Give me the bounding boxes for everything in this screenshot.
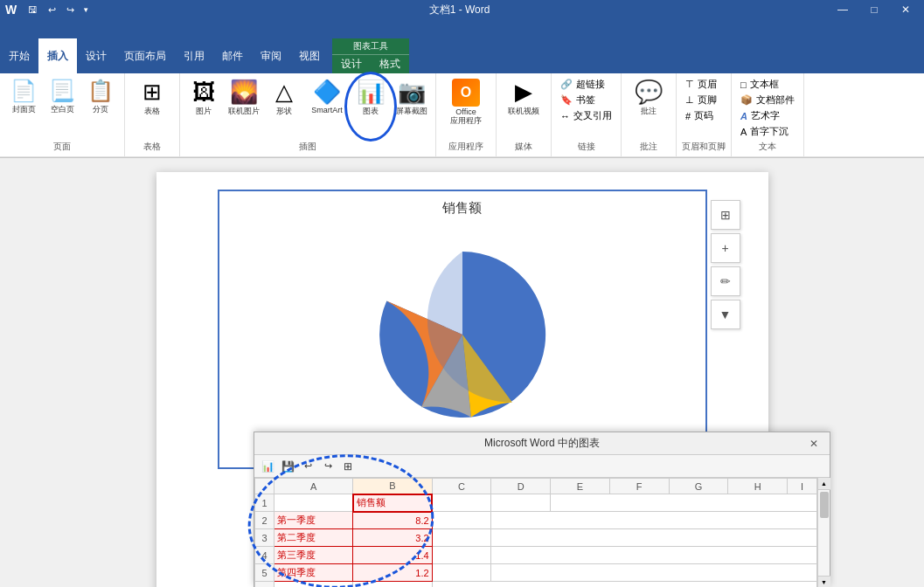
tab-start[interactable]: 开始 [0, 38, 38, 73]
picture-btn[interactable]: 🖼 图片 [185, 77, 222, 119]
bookmark-btn[interactable]: 🔖书签 [557, 93, 615, 107]
excel-undo-btn[interactable]: ↩ [298, 458, 317, 475]
maximize-btn[interactable]: □ [861, 3, 887, 16]
tab-mail[interactable]: 邮件 [213, 38, 252, 73]
apps-group-label: 应用程序 [441, 141, 490, 153]
excel-more-btn[interactable]: ⊞ [338, 458, 358, 475]
cell-d1[interactable] [491, 494, 551, 512]
hyperlink-btn[interactable]: 🔗超链接 [557, 77, 615, 92]
chart-filter-btn[interactable]: ✏ [711, 266, 740, 296]
chart-layout-btn[interactable]: ⊞ [711, 200, 740, 230]
tab-ref[interactable]: 引用 [175, 38, 213, 73]
shapes-btn[interactable]: △ 形状 [266, 77, 302, 119]
col-i[interactable]: I [788, 479, 817, 494]
quick-access-redo[interactable]: ↪ [64, 3, 77, 17]
tab-insert[interactable]: 插入 [38, 38, 77, 73]
page-break-btn[interactable]: 📋 分页 [82, 77, 119, 117]
scroll-thumb[interactable] [820, 492, 829, 518]
cell-c2[interactable] [432, 512, 491, 529]
tab-design[interactable]: 设计 [77, 38, 115, 73]
doc-parts-btn[interactable]: 📦文档部件 [737, 93, 798, 107]
cell-b6[interactable] [353, 582, 432, 588]
minimize-btn[interactable]: — [830, 3, 856, 16]
illustrations-group-label: 插图 [185, 141, 430, 153]
cell-c4[interactable] [432, 547, 491, 564]
online-picture-btn[interactable]: 🌄 联机图片 [226, 77, 262, 119]
quick-access-dropdown[interactable]: ▼ [82, 6, 89, 14]
wordart-btn[interactable]: A艺术字 [737, 108, 798, 123]
tab-chart-format[interactable]: 格式 [371, 55, 409, 73]
table-row: 3 第二季度 3.2 [255, 529, 817, 547]
cell-b2[interactable]: 8.2 [353, 512, 432, 529]
tab-layout[interactable]: 页面布局 [115, 38, 175, 73]
close-btn[interactable]: ✕ [893, 3, 919, 16]
cell-c3[interactable] [432, 529, 491, 547]
quick-access-undo[interactable]: ↩ [45, 3, 59, 17]
dropcap-btn[interactable]: A首字下沉 [737, 124, 798, 139]
links-group-label: 链接 [557, 141, 615, 153]
table-btn[interactable]: ⊞ 表格 [130, 77, 174, 119]
header-footer-group-label: 页眉和页脚 [682, 141, 726, 153]
col-e[interactable]: E [551, 479, 610, 494]
tab-chart-design[interactable]: 设计 [332, 55, 371, 73]
media-group-label: 媒体 [502, 141, 545, 153]
excel-close-btn[interactable]: ✕ [805, 435, 823, 452]
cell-a3[interactable]: 第二季度 [274, 529, 353, 547]
col-f[interactable]: F [609, 479, 669, 494]
textbox-btn[interactable]: □文本框 [737, 77, 798, 92]
table-row: 2 第一季度 8.2 [255, 512, 817, 529]
cell-a6[interactable] [274, 582, 353, 588]
quick-access-save[interactable]: 🖫 [25, 3, 40, 16]
excel-panel-title: Microsoft Word 中的图表 [484, 436, 600, 451]
footer-btn[interactable]: ⊥页脚 [682, 93, 726, 107]
cell-b3[interactable]: 3.2 [353, 529, 432, 547]
table-row: 4 第三季度 1.4 [255, 547, 817, 564]
comment-btn[interactable]: 💬 批注 [627, 77, 670, 119]
office-app-btn[interactable]: O Office应用程序 [441, 77, 490, 128]
cell-b4[interactable]: 1.4 [353, 547, 432, 564]
tab-review[interactable]: 审阅 [252, 38, 290, 73]
col-d[interactable]: D [491, 479, 551, 494]
cell-a1[interactable] [274, 494, 353, 512]
excel-redo-btn[interactable]: ↪ [318, 458, 337, 475]
chart-style-btn[interactable]: + [711, 233, 740, 263]
cell-a2[interactable]: 第一季度 [274, 512, 353, 529]
scroll-up-btn[interactable]: ▲ [818, 478, 830, 490]
table-row: 5 第四季度 1.2 [255, 564, 817, 582]
blank-page-btn[interactable]: 📃 空白页 [44, 77, 80, 117]
cover-page-btn[interactable]: 📄 封面页 [5, 77, 42, 117]
excel-save-btn[interactable]: 💾 [278, 458, 297, 475]
cell-c5[interactable] [432, 564, 491, 582]
col-b[interactable]: B [353, 479, 432, 494]
chart-tools-label: 图表工具 [332, 38, 409, 55]
comments-group-label: 批注 [627, 141, 670, 153]
page-num-btn[interactable]: #页码 [682, 108, 726, 123]
video-btn[interactable]: ▶ 联机视频 [502, 77, 545, 119]
cell-a5[interactable]: 第四季度 [274, 564, 353, 582]
cell-b1[interactable]: 销售额 [353, 494, 432, 512]
header-btn[interactable]: ⊤页眉 [682, 77, 726, 92]
smartart-btn[interactable]: 🔷 SmartArt [306, 77, 348, 116]
tab-view[interactable]: 视图 [290, 38, 329, 73]
cell-c1[interactable] [432, 494, 491, 512]
scroll-down-btn[interactable]: ▼ [818, 576, 830, 587]
table-row: 1 销售额 [255, 494, 817, 512]
table-group-label: 表格 [130, 141, 174, 153]
pages-group-label: 页面 [5, 141, 119, 153]
cell-b5[interactable]: 1.2 [353, 564, 432, 582]
col-g[interactable]: G [669, 479, 728, 494]
table-row: 6 [255, 582, 817, 588]
chart-data-btn[interactable]: ▼ [711, 300, 740, 329]
chart-title: 销售额 [219, 191, 705, 217]
text-group-label: 文本 [737, 141, 798, 153]
excel-chart-icon[interactable]: 📊 [258, 458, 277, 475]
col-h[interactable]: H [728, 479, 788, 494]
col-a[interactable]: A [274, 479, 353, 494]
window-title: 文档1 - Word [94, 3, 824, 17]
col-c[interactable]: C [432, 479, 491, 494]
screenshot-btn[interactable]: 📷 屏幕截图 [393, 77, 430, 119]
cell-a4[interactable]: 第三季度 [274, 547, 353, 564]
chart-btn[interactable]: 📊 图表 [351, 77, 390, 119]
cross-ref-btn[interactable]: ↔交叉引用 [557, 108, 615, 123]
pie-chart [349, 230, 576, 439]
